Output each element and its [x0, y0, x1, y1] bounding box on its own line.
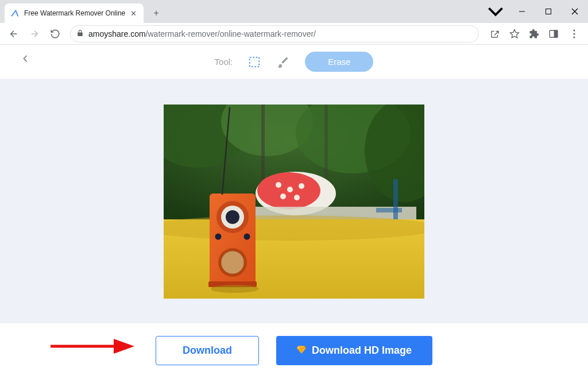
svg-point-24 [287, 187, 293, 192]
canvas-area [0, 79, 588, 323]
page-back-button[interactable] [20, 53, 31, 67]
svg-point-23 [276, 182, 281, 188]
url-host: amoyshare.com [88, 29, 146, 38]
svg-point-39 [215, 233, 222, 239]
url-input[interactable]: amoyshare.com/watermark-remover/online-w… [70, 25, 479, 42]
gem-icon [297, 346, 306, 355]
extensions-icon[interactable] [528, 28, 540, 40]
url-path: /watermark-remover/online-watermark-remo… [146, 29, 316, 38]
svg-point-38 [226, 210, 239, 224]
download-hd-button[interactable]: Download HD Image [276, 336, 432, 365]
svg-rect-9 [555, 30, 558, 37]
browser-tab[interactable]: Free Watermark Remover Online ✕ [5, 3, 144, 23]
nav-back-button[interactable] [5, 25, 23, 43]
svg-point-44 [211, 285, 259, 293]
svg-rect-20 [324, 105, 328, 191]
svg-point-40 [244, 233, 250, 239]
chevron-down-icon[interactable] [482, 0, 509, 23]
nav-reload-button[interactable] [46, 25, 64, 43]
svg-marker-6 [510, 29, 519, 37]
browser-address-bar: amoyshare.com/watermark-remover/online-w… [0, 23, 588, 45]
svg-point-32 [164, 215, 424, 241]
favicon-icon [10, 9, 20, 18]
browser-menu-button[interactable] [565, 25, 583, 43]
new-tab-button[interactable]: + [148, 5, 164, 21]
side-panel-icon[interactable] [548, 28, 559, 40]
svg-point-10 [573, 29, 575, 31]
close-button[interactable] [562, 0, 588, 23]
svg-point-27 [294, 195, 300, 200]
browser-titlebar: Free Watermark Remover Online ✕ + [0, 0, 588, 23]
svg-point-25 [299, 183, 304, 189]
page-content: Tool: Erase [0, 45, 588, 379]
tool-label: Tool: [215, 57, 233, 67]
svg-point-26 [280, 194, 286, 199]
tab-title: Free Watermark Remover Online [24, 9, 125, 17]
download-hd-label: Download HD Image [312, 345, 412, 357]
brush-tool-icon[interactable] [276, 55, 290, 69]
svg-rect-1 [546, 9, 551, 14]
maximize-button[interactable] [535, 0, 562, 23]
bookmark-star-icon[interactable] [509, 28, 520, 40]
download-button[interactable]: Download [156, 336, 259, 365]
footer-actions: Download Download HD Image [0, 323, 588, 379]
svg-point-11 [573, 33, 575, 34]
nav-forward-button[interactable] [25, 25, 44, 43]
tab-close-icon[interactable]: ✕ [129, 9, 138, 18]
window-controls [482, 0, 588, 23]
svg-point-12 [573, 36, 575, 38]
minimize-button[interactable] [509, 0, 535, 23]
image-canvas[interactable] [164, 105, 424, 299]
share-icon[interactable] [489, 28, 501, 40]
svg-rect-13 [250, 57, 260, 67]
svg-rect-30 [376, 208, 402, 212]
lock-icon [76, 29, 84, 38]
editor-toolbar: Tool: Erase [0, 45, 588, 79]
erase-button[interactable]: Erase [305, 52, 373, 72]
selection-tool-icon[interactable] [247, 55, 261, 69]
